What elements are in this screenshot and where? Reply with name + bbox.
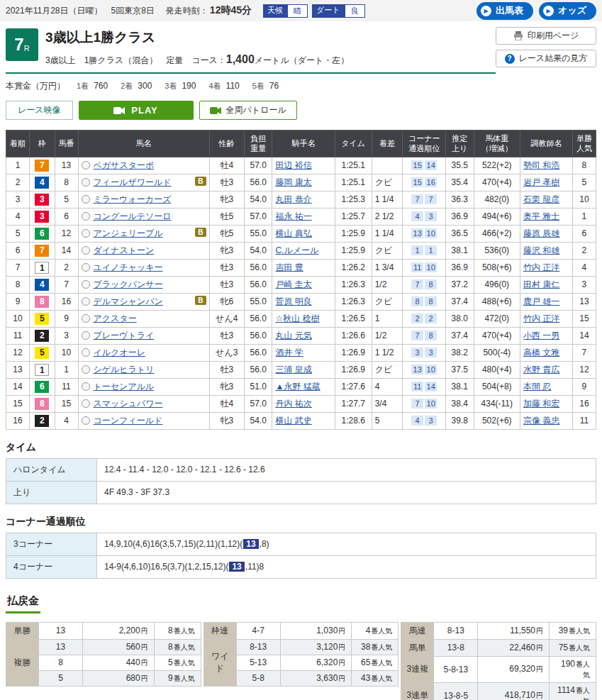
frame-cell: 6 bbox=[30, 225, 55, 242]
horse-name-link[interactable]: ミラーウォーカーズ bbox=[94, 194, 172, 204]
trainer-link[interactable]: 竹内 正洋 bbox=[523, 262, 559, 272]
race-video-button[interactable]: レース映像 bbox=[6, 101, 73, 120]
trainer-link[interactable]: 鹿戸 雄一 bbox=[523, 296, 559, 306]
horse-name-link[interactable]: ブレーヴトライ bbox=[94, 330, 155, 340]
trainer-link[interactable]: 小西 一男 bbox=[523, 330, 559, 340]
jockey-link[interactable]: 田辺 裕信 bbox=[275, 160, 311, 170]
payout-title: 払戻金 bbox=[6, 594, 40, 613]
trainer-cell: 勢司 和浩 bbox=[520, 157, 572, 174]
play-button[interactable]: PLAY bbox=[79, 101, 194, 120]
jockey-link[interactable]: 酒井 学 bbox=[275, 348, 303, 357]
side-buttons: 印刷用ページ ? レース結果の見方 bbox=[496, 27, 596, 67]
horse-info-icon[interactable] bbox=[82, 229, 90, 238]
horse-info-icon[interactable] bbox=[82, 297, 90, 306]
horse-name-cell: デルマシャンバンB bbox=[78, 293, 209, 310]
entries-button[interactable]: ▶ 出馬表 bbox=[476, 2, 533, 20]
horse-name-link[interactable]: フィールザワールド bbox=[94, 177, 172, 187]
jockey-link[interactable]: 菅原 明良 bbox=[275, 296, 311, 306]
horse-info-icon[interactable] bbox=[82, 178, 90, 187]
horse-name-link[interactable]: ブラックパンサー bbox=[94, 279, 163, 289]
jockey-link[interactable]: 藤岡 康太 bbox=[275, 177, 311, 187]
jockey-link[interactable]: ☆秋山 稔樹 bbox=[275, 313, 319, 323]
last-3f-time: 38.1 bbox=[445, 242, 474, 259]
trainer-cell: 鹿戸 雄一 bbox=[520, 293, 572, 310]
trainer-link[interactable]: 加藤 和宏 bbox=[523, 399, 559, 409]
payout-amount: 22,460円 bbox=[478, 639, 550, 656]
horse-info-icon[interactable] bbox=[82, 263, 90, 272]
horse-info-icon[interactable] bbox=[82, 348, 90, 357]
trainer-link[interactable]: 藤原 辰雄 bbox=[523, 228, 559, 238]
jockey-link[interactable]: C.ルメール bbox=[275, 245, 318, 255]
patrol-video-button[interactable]: 全周パトロール bbox=[199, 101, 297, 120]
result-guide-button[interactable]: ? レース結果の見方 bbox=[496, 50, 596, 67]
horse-name-link[interactable]: デルマシャンバン bbox=[94, 296, 163, 306]
horse-info-icon[interactable] bbox=[82, 246, 90, 255]
jockey-link[interactable]: 三浦 皇成 bbox=[275, 365, 311, 374]
horse-info-icon[interactable] bbox=[82, 399, 90, 408]
jockey-link[interactable]: 横山 武史 bbox=[275, 416, 311, 426]
horse-info-icon[interactable] bbox=[82, 314, 90, 323]
frame-number: 1 bbox=[35, 262, 49, 274]
horse-info-icon[interactable] bbox=[82, 365, 90, 374]
trainer-link[interactable]: 宗像 義忠 bbox=[523, 416, 559, 426]
jockey-link[interactable]: 丹内 祐次 bbox=[275, 399, 311, 409]
corner-position: 7 bbox=[425, 194, 437, 204]
horse-name-link[interactable]: シゲルヒラトリ bbox=[94, 365, 155, 374]
horse-name-link[interactable]: アンジェリーブル bbox=[94, 228, 163, 238]
trainer-link[interactable]: 田村 康仁 bbox=[523, 279, 559, 289]
frame-number: 6 bbox=[35, 381, 49, 393]
horse-name-link[interactable]: トーセンアルル bbox=[94, 382, 155, 391]
horse-info-icon[interactable] bbox=[82, 382, 90, 391]
horse-info-icon[interactable] bbox=[82, 195, 90, 204]
horse-name-link[interactable]: アクスター bbox=[94, 313, 137, 323]
trainer-link[interactable]: 藤沢 和雄 bbox=[523, 245, 559, 255]
race-number-suffix: R bbox=[24, 44, 30, 52]
sex-age: 牡4 bbox=[209, 157, 244, 174]
horse-name-link[interactable]: ダイナストーン bbox=[94, 245, 155, 255]
trainer-link[interactable]: 岩戸 孝樹 bbox=[523, 177, 559, 187]
payout-amount: 440円 bbox=[83, 655, 155, 670]
win-popularity: 14 bbox=[572, 327, 596, 344]
trainer-link[interactable]: 竹内 正洋 bbox=[523, 313, 559, 323]
horse-name-link[interactable]: コーンフィールド bbox=[94, 416, 163, 426]
horse-name-link[interactable]: スマッシュパワー bbox=[94, 399, 163, 409]
horse-name-link[interactable]: イルクオーレ bbox=[94, 348, 145, 357]
horse-info-icon[interactable] bbox=[82, 416, 90, 425]
horse-name-link[interactable]: ペガサスターボ bbox=[94, 160, 155, 170]
trainer-link[interactable]: 勢司 和浩 bbox=[523, 160, 559, 170]
sex-age: せん3 bbox=[209, 344, 244, 361]
trainer-link[interactable]: 高橋 文雅 bbox=[523, 348, 559, 357]
weather-label: 天候 bbox=[263, 4, 287, 18]
frame-number: 7 bbox=[35, 160, 49, 172]
jockey-link[interactable]: ▲永野 猛蔵 bbox=[275, 382, 320, 391]
print-page-button[interactable]: 印刷用ページ bbox=[496, 27, 596, 45]
sex-age: 牡3 bbox=[209, 174, 244, 191]
payout-combination: 8-13 bbox=[434, 622, 478, 639]
prize-place: 2着 bbox=[121, 82, 133, 90]
jockey-link[interactable]: 丸田 恭介 bbox=[275, 194, 311, 204]
jockey-link[interactable]: 福永 祐一 bbox=[275, 211, 311, 221]
trainer-link[interactable]: 奥平 雅士 bbox=[523, 211, 559, 221]
column-header: 着差 bbox=[372, 130, 403, 157]
horse-name-link[interactable]: ユイノチャッキー bbox=[94, 262, 163, 272]
jockey-link[interactable]: 横山 典弘 bbox=[275, 228, 311, 238]
jockey-link[interactable]: 戸崎 圭太 bbox=[275, 279, 311, 289]
prize-place: 4着 bbox=[208, 82, 221, 90]
popularity-value: 1114 bbox=[557, 685, 575, 695]
sex-age: 牝3 bbox=[209, 412, 244, 429]
corner-position: 10 bbox=[425, 365, 437, 374]
payout-combination: 4-7 bbox=[236, 622, 280, 639]
horse-info-icon[interactable] bbox=[82, 212, 90, 221]
corner-positions-cell: 1516 bbox=[403, 174, 446, 191]
horse-info-icon[interactable] bbox=[82, 331, 90, 340]
trainer-link[interactable]: 本間 忍 bbox=[523, 382, 551, 391]
jockey-link[interactable]: 丸山 元気 bbox=[275, 330, 311, 340]
trainer-link[interactable]: 石栗 龍彦 bbox=[523, 194, 559, 204]
jockey-link[interactable]: 吉田 豊 bbox=[275, 262, 303, 272]
odds-button[interactable]: ▶ オッズ bbox=[539, 2, 596, 20]
horse-info-icon[interactable] bbox=[82, 161, 90, 170]
trainer-link[interactable]: 水野 貴広 bbox=[523, 365, 559, 374]
yen-unit: 円 bbox=[536, 691, 543, 699]
horse-name-link[interactable]: コングールテソーロ bbox=[94, 211, 172, 221]
horse-info-icon[interactable] bbox=[82, 280, 90, 289]
